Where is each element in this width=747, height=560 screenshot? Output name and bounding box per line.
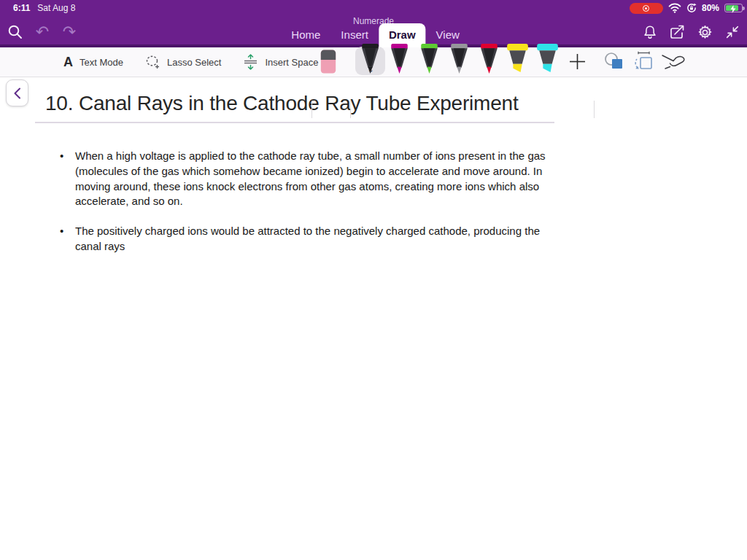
clock-time: 6:11 xyxy=(13,3,30,13)
settings-gear-icon xyxy=(697,24,713,41)
status-bar: 6:11 Sat Aug 8 80% xyxy=(0,0,747,16)
insert-space-button[interactable]: Insert Space xyxy=(243,53,318,71)
search-icon xyxy=(7,24,23,40)
title-underline xyxy=(35,122,554,123)
nav-bar: ↶ ↷ Numerade Home Insert Draw View xyxy=(0,16,747,47)
highlighter-yellow-tool[interactable] xyxy=(506,44,529,74)
pen-options-chevron[interactable]: ⌄ xyxy=(365,65,376,74)
pen-red-tool[interactable] xyxy=(479,44,500,74)
toolbar-divider xyxy=(311,101,312,118)
draw-with-touch-icon xyxy=(661,51,686,71)
toolbar-divider xyxy=(350,101,351,118)
onenote-app-window: 6:11 Sat Aug 8 80% xyxy=(0,0,747,560)
toolbar-divider xyxy=(594,101,595,118)
ink-replay-button[interactable] xyxy=(633,51,655,71)
collapse-window-button[interactable] xyxy=(723,23,742,42)
redo-icon: ↷ xyxy=(63,24,76,40)
add-pen-icon xyxy=(568,52,587,71)
note-page[interactable]: 10. Canal Rays in the Cathode Ray Tube E… xyxy=(0,77,747,560)
eraser-tool[interactable] xyxy=(320,50,337,74)
highlighter-cyan-tool[interactable] xyxy=(536,44,559,74)
share-button[interactable] xyxy=(667,23,686,42)
status-date: Sat Aug 8 xyxy=(37,3,75,13)
bullet-item[interactable]: When a high voltage is applied to the ca… xyxy=(58,149,563,209)
record-dot-icon xyxy=(643,5,649,12)
insert-space-label: Insert Space xyxy=(265,57,318,68)
undo-icon: ↶ xyxy=(36,24,49,40)
battery-percent: 80% xyxy=(702,3,719,13)
pen-icon xyxy=(449,44,470,74)
insert-space-icon xyxy=(243,53,258,71)
notifications-bell-icon xyxy=(642,24,658,40)
add-pen-button[interactable] xyxy=(568,52,587,71)
text-mode-icon: A xyxy=(63,55,73,70)
text-mode-button[interactable]: A Text Mode xyxy=(63,55,123,70)
bullet-list: When a high voltage is applied to the ca… xyxy=(58,149,563,269)
back-button[interactable] xyxy=(6,79,28,106)
lasso-select-icon xyxy=(145,55,160,70)
draw-with-touch-button[interactable] xyxy=(661,51,686,71)
collapse-window-icon xyxy=(724,24,740,40)
eraser-icon xyxy=(320,50,337,74)
ink-to-shape-icon xyxy=(604,52,624,70)
ink-to-shape-button[interactable] xyxy=(604,52,624,70)
pen-icon xyxy=(389,44,410,74)
charging-bolt-icon xyxy=(729,5,737,13)
pen-gray-tool[interactable] xyxy=(449,44,470,74)
ink-replay-icon xyxy=(633,51,655,71)
wifi-icon xyxy=(668,3,681,13)
highlighter-icon xyxy=(536,44,559,74)
tab-home[interactable]: Home xyxy=(281,23,330,47)
pen-icon xyxy=(479,44,500,74)
page-title[interactable]: 10. Canal Rays in the Cathode Ray Tube E… xyxy=(45,92,519,115)
share-icon xyxy=(668,23,686,41)
pen-green-tool[interactable] xyxy=(419,44,440,74)
settings-button[interactable] xyxy=(695,23,714,42)
lasso-select-label: Lasso Select xyxy=(167,57,221,68)
highlighter-icon xyxy=(506,44,529,74)
battery-icon xyxy=(724,4,743,12)
text-mode-label: Text Mode xyxy=(80,57,123,68)
bullet-item[interactable]: The positively charged ions would be att… xyxy=(58,224,563,254)
pen-magenta-tool[interactable] xyxy=(389,44,410,74)
pen-icon xyxy=(419,44,440,74)
screen-recording-indicator[interactable] xyxy=(630,3,663,14)
back-chevron-icon xyxy=(12,87,23,100)
orientation-lock-icon xyxy=(686,3,697,13)
lasso-select-button[interactable]: Lasso Select xyxy=(145,55,221,70)
notifications-button[interactable] xyxy=(640,23,659,42)
